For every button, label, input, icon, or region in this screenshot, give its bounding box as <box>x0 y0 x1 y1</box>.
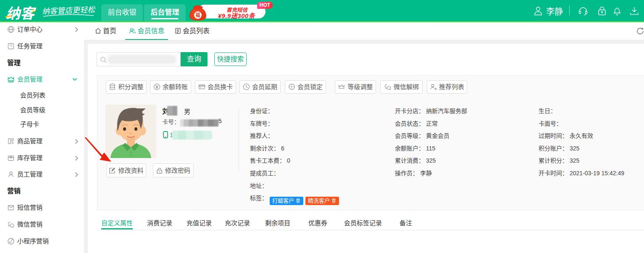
svg-text:福: 福 <box>196 12 200 18</box>
